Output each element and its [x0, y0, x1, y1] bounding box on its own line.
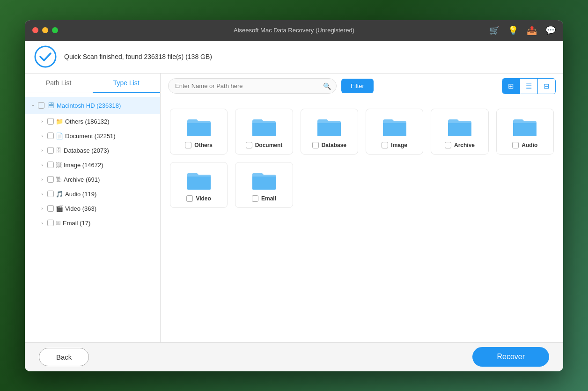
chevron-right-icon: ›: [39, 148, 45, 153]
tree-item-image[interactable]: › 🖼 Image (14672): [34, 158, 160, 172]
list-view-button[interactable]: ☰: [520, 79, 538, 94]
tree-item-email[interactable]: › ✉ Email (17): [34, 216, 160, 230]
tree-item-archive[interactable]: › 🗜 Archive (691): [34, 172, 160, 187]
video-card-label: Video: [196, 195, 211, 202]
others-card-checkbox[interactable]: [185, 142, 191, 148]
file-card-audio[interactable]: Audio: [496, 109, 554, 155]
statusbar: Quick Scan finished, found 236318 file(s…: [25, 41, 563, 74]
file-toolbar: 🔍 Filter ⊞ ☰ ⊟: [161, 74, 563, 99]
chevron-right-icon: ›: [39, 177, 45, 182]
video-label: Video (363): [65, 205, 96, 212]
database-card-label: Database: [322, 142, 346, 148]
search-input[interactable]: [168, 78, 337, 94]
cart-icon[interactable]: 🛒: [489, 25, 500, 36]
file-card-bottom: Archive: [436, 142, 483, 148]
drive-icon: 🖥: [46, 101, 55, 111]
audio-label: Audio (119): [65, 191, 96, 198]
file-card-image[interactable]: Image: [366, 109, 423, 155]
file-card-others[interactable]: Others: [170, 109, 228, 155]
email-card-checkbox[interactable]: [252, 195, 258, 202]
video-icon: 🎬: [56, 205, 63, 212]
document-card-checkbox[interactable]: [246, 142, 252, 148]
tab-path-list[interactable]: Path List: [25, 74, 93, 93]
drive-checkbox[interactable]: [38, 102, 44, 109]
tree-drive-item[interactable]: › 🖥 Macintosh HD (236318): [25, 97, 160, 114]
file-card-email[interactable]: Email: [235, 162, 293, 208]
file-grid: Others Document: [161, 99, 563, 342]
email-checkbox[interactable]: [47, 220, 54, 226]
file-card-bottom: Video: [175, 195, 222, 202]
sidebar: Path List Type List › 🖥 Macintosh HD (23…: [25, 74, 161, 342]
audio-card-checkbox[interactable]: [512, 142, 519, 148]
tree-item-audio[interactable]: › 🎵 Audio (119): [34, 187, 160, 201]
tab-type-list[interactable]: Type List: [93, 74, 161, 93]
others-icon: 📁: [56, 118, 63, 125]
maximize-button[interactable]: [52, 27, 58, 33]
back-button[interactable]: Back: [39, 348, 89, 366]
tree-item-database[interactable]: › 🗄 Database (2073): [34, 143, 160, 158]
image-card-label: Image: [391, 142, 407, 148]
video-checkbox[interactable]: [47, 205, 54, 212]
file-card-archive[interactable]: Archive: [431, 109, 488, 155]
grid-view-button[interactable]: ⊞: [502, 79, 520, 94]
tree-item-document[interactable]: › 📄 Document (32251): [34, 129, 160, 143]
app-window: Aiseesoft Mac Data Recovery (Unregistere…: [25, 20, 563, 371]
others-label: Others (186132): [65, 118, 110, 125]
titlebar: Aiseesoft Mac Data Recovery (Unregistere…: [25, 20, 563, 41]
svg-point-0: [35, 46, 56, 67]
traffic-lights: [32, 27, 58, 33]
tree-children: › 📁 Others (186132) › 📄 Document (32251)…: [25, 114, 160, 230]
chevron-right-icon: ›: [39, 221, 45, 226]
drive-label: Macintosh HD (236318): [57, 102, 121, 109]
tree-item-video[interactable]: › 🎬 Video (363): [34, 201, 160, 216]
recover-button[interactable]: Recover: [472, 347, 549, 367]
others-checkbox[interactable]: [47, 118, 54, 125]
email-card-label: Email: [261, 195, 276, 202]
file-card-document[interactable]: Document: [235, 109, 293, 155]
audio-card-label: Audio: [522, 142, 537, 148]
file-card-bottom: Others: [175, 142, 222, 148]
window-title: Aiseesoft Mac Data Recovery (Unregistere…: [234, 27, 354, 34]
image-card-checkbox[interactable]: [382, 142, 388, 148]
titlebar-icons: 🛒 💡 📤 💬: [489, 25, 556, 36]
detail-view-button[interactable]: ⊟: [538, 79, 555, 94]
chevron-right-icon: ›: [39, 133, 45, 139]
chevron-right-icon: ›: [39, 192, 45, 197]
database-icon: 🗄: [56, 147, 62, 154]
bulb-icon[interactable]: 💡: [508, 25, 518, 36]
view-toggles: ⊞ ☰ ⊟: [502, 78, 556, 94]
bottom-bar: Back Recover: [25, 342, 563, 371]
main-content: Path List Type List › 🖥 Macintosh HD (23…: [25, 74, 563, 342]
folder-icon: [251, 170, 277, 191]
tree-item-others[interactable]: › 📁 Others (186132): [34, 114, 160, 129]
status-message: Quick Scan finished, found 236318 file(s…: [64, 53, 212, 60]
file-card-bottom: Image: [371, 142, 418, 148]
audio-icon: 🎵: [56, 191, 63, 198]
video-card-checkbox[interactable]: [186, 195, 193, 202]
archive-icon: 🗜: [56, 176, 62, 183]
image-checkbox[interactable]: [47, 162, 54, 168]
filter-button[interactable]: Filter: [341, 79, 374, 93]
document-checkbox[interactable]: [47, 133, 54, 139]
minimize-button[interactable]: [42, 27, 48, 33]
file-card-database[interactable]: Database: [301, 109, 358, 155]
file-card-bottom: Email: [240, 195, 287, 202]
archive-card-checkbox[interactable]: [445, 142, 451, 148]
share-icon[interactable]: 📤: [527, 25, 537, 36]
document-card-label: Document: [255, 142, 283, 148]
chat-icon[interactable]: 💬: [545, 25, 556, 36]
search-icon: 🔍: [323, 82, 331, 90]
file-card-bottom: Database: [306, 142, 353, 148]
chevron-right-icon: ›: [39, 162, 45, 168]
database-card-checkbox[interactable]: [312, 142, 319, 148]
folder-icon: [251, 117, 277, 137]
folder-icon: [186, 170, 212, 191]
file-card-video[interactable]: Video: [170, 162, 228, 208]
archive-checkbox[interactable]: [47, 176, 54, 183]
close-button[interactable]: [32, 27, 38, 33]
search-box: 🔍: [168, 78, 337, 94]
folder-icon: [316, 117, 342, 137]
database-checkbox[interactable]: [47, 147, 54, 154]
others-card-label: Others: [194, 142, 213, 148]
audio-checkbox[interactable]: [47, 191, 54, 197]
